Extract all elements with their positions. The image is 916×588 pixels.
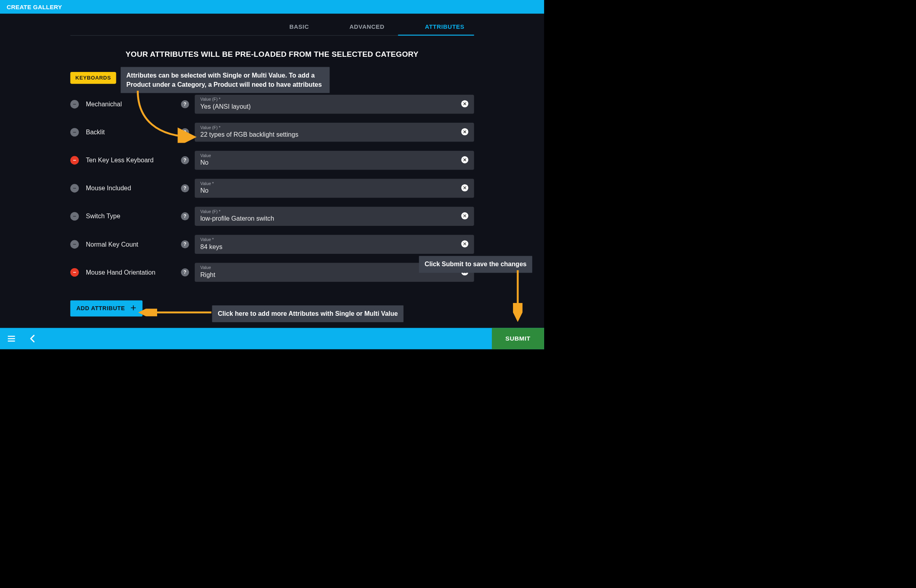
attribute-value-field[interactable]: Value (F) *Yes (ANSI layout): [195, 95, 474, 114]
attribute-value-field[interactable]: ValueNo: [195, 151, 474, 170]
remove-attribute-icon[interactable]: [70, 128, 79, 136]
remove-attribute-icon[interactable]: [70, 212, 79, 220]
page-title: CREATE GALLERY: [7, 4, 62, 10]
value-text: Right: [200, 271, 456, 278]
help-icon[interactable]: ?: [181, 240, 189, 248]
remove-attribute-icon[interactable]: [70, 156, 79, 164]
help-icon[interactable]: ?: [181, 128, 189, 136]
bottom-bar: SUBMIT: [0, 328, 544, 349]
value-label: Value (F) *: [200, 97, 456, 102]
remove-attribute-icon[interactable]: [70, 268, 79, 277]
help-icon[interactable]: ?: [181, 212, 189, 220]
remove-attribute-icon[interactable]: [70, 184, 79, 192]
value-text: Yes (ANSI layout): [200, 103, 456, 110]
attribute-name: Switch Type: [79, 213, 181, 220]
attribute-name: Mechanichal: [79, 101, 181, 108]
value-label: Value *: [200, 181, 456, 186]
attribute-value-field[interactable]: Value (F) *22 types of RGB backlight set…: [195, 123, 474, 142]
clear-icon[interactable]: [461, 268, 468, 275]
attribute-name: Normal Key Count: [79, 241, 181, 248]
category-chip: KEYBOARDS: [70, 72, 116, 84]
value-label: Value: [200, 265, 456, 270]
attribute-row: Mouse Hand Orientation?ValueRight: [70, 263, 474, 282]
plus-icon: [130, 305, 136, 312]
svg-rect-4: [73, 216, 76, 216]
attribute-row: Switch Type?Value (F) *low-profile Gater…: [70, 207, 474, 226]
content-area: BASIC ADVANCED ATTRIBUTES YOUR ATTRIBUTE…: [0, 14, 544, 328]
value-text: No: [200, 187, 456, 194]
tab-bar: BASIC ADVANCED ATTRIBUTES: [70, 23, 474, 36]
top-bar: CREATE GALLERY: [0, 0, 544, 14]
tab-basic[interactable]: BASIC: [289, 23, 309, 30]
attribute-list: Mechanichal?Value (F) *Yes (ANSI layout)…: [70, 95, 474, 282]
submit-label: SUBMIT: [505, 335, 531, 342]
clear-icon[interactable]: [461, 156, 468, 163]
attribute-row: Mouse Included?Value *No: [70, 179, 474, 198]
attribute-name: Mouse Hand Orientation: [79, 269, 181, 276]
tab-underline: [398, 35, 474, 36]
svg-rect-0: [73, 104, 76, 104]
svg-rect-2: [73, 160, 76, 160]
help-icon[interactable]: ?: [181, 184, 189, 192]
remove-attribute-icon[interactable]: [70, 100, 79, 108]
attribute-row: Backlit?Value (F) *22 types of RGB backl…: [70, 123, 474, 142]
attribute-name: Mouse Included: [79, 185, 181, 192]
menu-icon[interactable]: [7, 334, 16, 343]
svg-rect-3: [73, 188, 76, 188]
clear-icon[interactable]: [461, 100, 468, 108]
attribute-value-field[interactable]: ValueRight: [195, 263, 474, 282]
attribute-row: Mechanichal?Value (F) *Yes (ANSI layout): [70, 95, 474, 114]
value-text: low-profile Gateron switch: [200, 215, 456, 222]
headline-text: YOUR ATTRIBUTES WILL BE PRE-LOADED FROM …: [70, 50, 474, 59]
value-label: Value (F) *: [200, 125, 456, 130]
attribute-row: Normal Key Count?Value *84 keys: [70, 235, 474, 254]
tab-advanced[interactable]: ADVANCED: [349, 23, 385, 30]
back-icon[interactable]: [28, 334, 38, 343]
svg-rect-6: [73, 272, 76, 273]
value-label: Value (F) *: [200, 209, 456, 214]
help-icon[interactable]: ?: [181, 156, 189, 164]
svg-rect-1: [73, 132, 76, 132]
clear-icon[interactable]: [461, 240, 468, 247]
tab-attributes[interactable]: ATTRIBUTES: [425, 23, 465, 30]
attribute-name: Backlit: [79, 129, 181, 136]
add-attribute-label: ADD ATTRIBUTE: [76, 305, 125, 312]
svg-rect-5: [73, 244, 76, 244]
value-text: 22 types of RGB backlight settings: [200, 131, 456, 138]
value-label: Value: [200, 153, 456, 158]
help-icon[interactable]: ?: [181, 100, 189, 108]
clear-icon[interactable]: [461, 184, 468, 191]
value-text: 84 keys: [200, 243, 456, 250]
help-icon[interactable]: ?: [181, 268, 189, 276]
value-label: Value *: [200, 237, 456, 242]
clear-icon[interactable]: [461, 128, 468, 136]
attribute-value-field[interactable]: Value *84 keys: [195, 235, 474, 254]
attribute-name: Ten Key Less Keyboard: [79, 157, 181, 164]
attribute-value-field[interactable]: Value *No: [195, 179, 474, 198]
attribute-row: Ten Key Less Keyboard?ValueNo: [70, 151, 474, 170]
clear-icon[interactable]: [461, 212, 468, 219]
value-text: No: [200, 159, 456, 166]
submit-button[interactable]: SUBMIT: [492, 328, 544, 349]
add-attribute-button[interactable]: ADD ATTRIBUTE: [70, 300, 143, 316]
attribute-value-field[interactable]: Value (F) *low-profile Gateron switch: [195, 207, 474, 226]
remove-attribute-icon[interactable]: [70, 240, 79, 249]
